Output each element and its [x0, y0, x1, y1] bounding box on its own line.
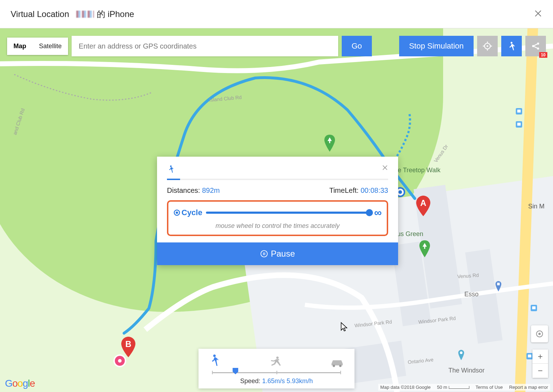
svg-point-16 — [170, 166, 172, 167]
cycle-hint: mouse wheel to control the times accurat… — [173, 222, 382, 230]
walk-mode-button[interactable] — [501, 36, 522, 56]
zoom-in-button[interactable]: + — [532, 349, 548, 364]
infinity-icon: ∞ — [374, 207, 382, 219]
pause-button[interactable]: Pause — [157, 242, 398, 265]
bus-stop-icon — [526, 353, 533, 359]
progress-bar — [167, 179, 388, 180]
speed-slider-thumb[interactable] — [233, 368, 238, 374]
svg-text:A: A — [420, 198, 426, 208]
poi-pin-icon — [457, 350, 465, 360]
speed-run-icon[interactable] — [268, 355, 282, 369]
svg-point-23 — [276, 357, 279, 359]
close-button[interactable] — [534, 8, 542, 20]
close-icon — [382, 164, 388, 171]
maptype-toggle: Map Satellite — [7, 38, 68, 55]
svg-point-25 — [339, 365, 342, 367]
speed-panel: Speed: 1.65m/s 5.93km/h — [199, 349, 354, 388]
target-icon — [535, 329, 544, 338]
svg-text:B: B — [125, 340, 131, 349]
tree-marker-icon — [323, 135, 336, 152]
svg-point-22 — [213, 354, 216, 357]
cycle-label: Cycle — [173, 208, 202, 217]
map-attribution: Map data ©2018 Google 50 m Terms of Use … — [378, 384, 550, 391]
crosshair-icon — [482, 41, 492, 51]
device-name: 的 iPhone — [76, 9, 134, 20]
speed-car-icon[interactable] — [330, 357, 345, 369]
radio-icon — [173, 209, 180, 216]
cycle-control-highlighted: Cycle ∞ mouse wheel to control the times… — [167, 200, 388, 236]
svg-point-11 — [487, 45, 488, 47]
popup-close-button[interactable] — [382, 164, 388, 172]
svg-point-19 — [261, 251, 267, 257]
svg-rect-4 — [532, 306, 536, 309]
zoom-control: + − — [532, 349, 548, 378]
svg-rect-3 — [517, 123, 521, 125]
svg-rect-6 — [497, 283, 499, 285]
tree-marker-icon — [418, 240, 431, 257]
report-error-link[interactable]: Report a map error — [509, 385, 548, 390]
map-type-map[interactable]: Map — [7, 38, 33, 55]
distances-value: 892m — [202, 186, 220, 194]
bus-stop-icon — [516, 121, 522, 128]
search-input[interactable] — [72, 36, 338, 56]
cycle-slider[interactable] — [206, 212, 371, 214]
pause-icon — [260, 250, 268, 258]
poi-label-the-windsor: The Windsor — [448, 367, 485, 374]
svg-point-18 — [176, 212, 178, 214]
svg-rect-5 — [528, 354, 531, 357]
svg-point-9 — [538, 333, 541, 335]
route-button[interactable]: 10 — [525, 36, 546, 56]
toolbar: Map Satellite Go Stop Simulation 10 — [7, 35, 546, 57]
waypoint-b-marker[interactable]: B — [121, 337, 136, 357]
mouse-cursor-icon — [340, 322, 348, 334]
simulation-stats: Distances: 892m TimeLeft: 00:08:33 — [167, 186, 388, 195]
svg-point-13 — [532, 45, 534, 47]
zoom-out-button[interactable]: − — [532, 364, 548, 378]
speed-slider[interactable] — [212, 372, 341, 373]
svg-point-7 — [460, 352, 462, 354]
terms-link[interactable]: Terms of Use — [476, 385, 503, 390]
stop-simulation-button[interactable]: Stop Simulation — [399, 36, 474, 56]
bus-stop-icon — [531, 305, 537, 311]
svg-rect-2 — [517, 110, 521, 112]
timeleft-value: 00:08:33 — [361, 186, 388, 194]
bus-stop-icon — [516, 108, 522, 114]
recenter-button[interactable] — [531, 325, 548, 342]
speed-walk-icon[interactable] — [208, 354, 220, 369]
gas-station-icon — [495, 281, 502, 292]
header-left: Virtual Location 的 iPhone — [11, 9, 134, 20]
map-scale: 50 m — [437, 385, 469, 390]
svg-point-24 — [333, 365, 335, 367]
svg-point-14 — [537, 43, 539, 45]
walk-icon — [507, 41, 516, 51]
share-icon — [531, 41, 541, 51]
map-type-satellite[interactable]: Satellite — [33, 38, 68, 55]
svg-point-12 — [510, 42, 512, 44]
go-button[interactable]: Go — [342, 36, 372, 56]
speed-readout: Speed: 1.65m/s 5.93km/h — [206, 377, 347, 385]
timeleft-label: TimeLeft: — [329, 186, 359, 194]
app-header: Virtual Location 的 iPhone — [0, 0, 553, 28]
slider-thumb[interactable] — [366, 209, 373, 216]
poi-label-esso: Esso — [464, 291, 479, 298]
locate-button[interactable] — [477, 36, 498, 56]
waypoint-a-marker[interactable]: A — [415, 196, 431, 216]
poi-label-sin-m: Sin M — [528, 203, 544, 210]
app-title: Virtual Location — [11, 9, 69, 19]
close-icon — [534, 9, 542, 18]
censored-text — [76, 11, 94, 18]
svg-rect-20 — [263, 252, 264, 255]
map-data-text: Map data ©2018 Google — [380, 385, 431, 390]
google-logo: Google — [5, 378, 35, 389]
distances-label: Distances: — [167, 186, 200, 194]
simulation-popup: Distances: 892m TimeLeft: 00:08:33 Cycle… — [157, 157, 398, 265]
walk-icon — [167, 164, 175, 177]
svg-rect-21 — [264, 252, 265, 255]
svg-point-15 — [537, 47, 539, 50]
device-label: 的 iPhone — [97, 9, 134, 20]
